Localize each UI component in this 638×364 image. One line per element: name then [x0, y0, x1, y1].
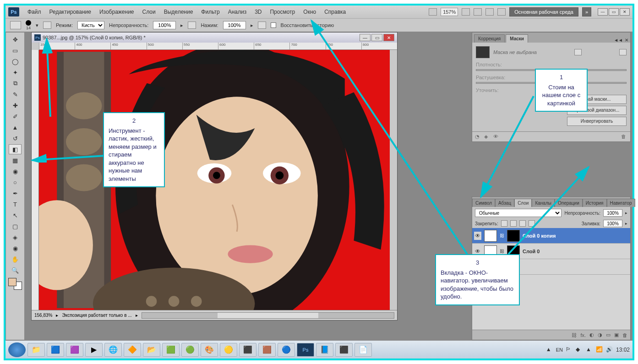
mask-icon[interactable]: ◐ — [589, 332, 594, 338]
brush-panel-icon[interactable] — [43, 22, 51, 29]
taskbar-folder[interactable]: 📂 — [143, 343, 160, 357]
fg-color-swatch[interactable] — [8, 278, 16, 286]
mode-select[interactable]: Кисть — [77, 21, 104, 29]
wand-tool[interactable]: ✦ — [9, 67, 22, 77]
screen-mode-icon[interactable] — [429, 8, 437, 16]
tab-navigator[interactable]: Навигатор — [607, 199, 635, 207]
type-tool[interactable]: T — [9, 199, 22, 209]
eraser-icon[interactable] — [10, 21, 21, 29]
adjustment-icon[interactable]: ◑ — [598, 332, 602, 338]
layer-row[interactable]: 👁 ⛓ Слой 0 копия — [472, 228, 630, 244]
maximize-button[interactable]: ▭ — [609, 8, 619, 16]
lock-all-icon[interactable] — [529, 220, 535, 227]
tab-symbol[interactable]: Символ — [472, 199, 495, 207]
eyedropper-tool[interactable]: ✎ — [9, 89, 22, 99]
airbrush-icon[interactable] — [258, 22, 266, 29]
new-layer-icon[interactable]: ▣ — [614, 332, 619, 338]
canvas[interactable] — [39, 50, 390, 310]
restore-checkbox[interactable] — [271, 22, 276, 28]
flow-arrow-icon[interactable]: ▸ — [251, 22, 253, 28]
tray-arrow-icon[interactable]: ▲ — [546, 346, 553, 353]
move-tool[interactable]: ✥ — [9, 34, 22, 44]
taskbar-app7[interactable]: 🟫 — [258, 343, 276, 357]
pen-tool[interactable]: ✒ — [9, 188, 22, 198]
menu-analysis[interactable]: Анализ — [224, 7, 251, 17]
tab-history[interactable]: История — [583, 199, 607, 207]
taskbar-app8[interactable]: ⬛ — [335, 343, 353, 357]
stamp-tool[interactable]: ▲ — [9, 122, 22, 132]
taskbar-paint[interactable]: 🎨 — [201, 343, 218, 357]
menu-edit[interactable]: Редактирование — [46, 7, 95, 17]
menu-help[interactable]: Справка — [321, 7, 349, 17]
zoom-icon[interactable] — [474, 8, 482, 16]
visibility-icon[interactable]: 👁 — [474, 232, 481, 240]
blur-tool[interactable]: ◉ — [9, 166, 22, 176]
zoom-input[interactable]: 157% — [441, 8, 458, 16]
taskbar-app3[interactable]: 🔶 — [124, 343, 141, 357]
opacity-input[interactable] — [153, 21, 176, 29]
menu-image[interactable]: Изображение — [96, 7, 138, 17]
network-icon[interactable]: 📶 — [596, 346, 603, 353]
taskbar-app1[interactable]: 🟦 — [47, 343, 64, 357]
load-selection-icon[interactable]: ◔ — [475, 134, 481, 140]
fx-icon[interactable]: fx. — [580, 332, 586, 338]
taskbar-app6[interactable]: ⬛ — [239, 343, 256, 357]
heal-tool[interactable]: ✚ — [9, 100, 22, 110]
panel-close-icon[interactable]: ✕ — [625, 38, 628, 43]
pixel-mask-icon[interactable] — [574, 49, 582, 55]
start-button[interactable] — [8, 342, 26, 357]
dodge-tool[interactable]: ○ — [9, 177, 22, 187]
disable-mask-icon[interactable]: 👁 — [493, 134, 500, 140]
tray-icon-1[interactable]: ◆ — [576, 346, 583, 353]
taskbar-app5[interactable]: 🟢 — [181, 343, 199, 357]
invert-button[interactable]: Инвертировать — [567, 117, 627, 126]
brush-tool[interactable]: ✐ — [9, 111, 22, 121]
screen-icon[interactable] — [497, 8, 506, 16]
tab-paragraph[interactable]: Абзац — [495, 199, 514, 207]
lasso-tool[interactable]: ◯ — [9, 56, 22, 66]
tab-layers[interactable]: Слои — [514, 199, 532, 207]
lang-indicator[interactable]: EN — [556, 347, 563, 353]
delete-mask-icon[interactable]: 🗑 — [621, 134, 627, 140]
horizontal-scrollbar[interactable] — [142, 312, 394, 319]
marquee-tool[interactable]: ▭ — [9, 45, 22, 55]
mask-thumbnail[interactable] — [507, 230, 520, 242]
menu-select[interactable]: Выделение — [160, 7, 197, 17]
opacity-arrow-icon[interactable]: ▸ — [180, 22, 183, 28]
lock-pixels-icon[interactable] — [510, 220, 517, 227]
status-zoom[interactable]: 156,83% — [34, 313, 52, 318]
workspace-chevron[interactable]: » — [582, 7, 591, 16]
brush-dropdown-icon[interactable]: ▾ — [36, 22, 38, 28]
fill-arrow-icon[interactable]: ▸ — [625, 221, 627, 226]
layer-thumbnail[interactable] — [484, 230, 497, 242]
link-layers-icon[interactable]: ⛓ — [572, 332, 577, 338]
visibility-icon[interactable]: 👁 — [474, 248, 481, 255]
history-brush-tool[interactable]: ↺ — [9, 133, 22, 143]
3d-tool[interactable]: ◈ — [9, 232, 22, 242]
tab-correction[interactable]: Коррекция — [474, 34, 505, 43]
hand-icon[interactable] — [462, 8, 470, 16]
document-titlebar[interactable]: Ps 90387...jpg @ 157% (Слой 0 копия, RGB… — [32, 33, 397, 43]
taskbar-word[interactable]: 📘 — [316, 343, 333, 357]
hand-tool[interactable]: ✋ — [9, 254, 22, 264]
apply-mask-icon[interactable]: ◈ — [484, 134, 491, 140]
status-arrow-icon[interactable]: ▸ — [136, 313, 138, 318]
taskbar-skype[interactable]: 🔵 — [278, 343, 295, 357]
menu-3d[interactable]: 3D — [251, 7, 265, 17]
tablet-pressure-icon[interactable] — [188, 22, 196, 29]
tray-icon-2[interactable]: ▲ — [586, 346, 593, 353]
zoom-tool[interactable]: 🔍 — [9, 265, 22, 275]
delete-layer-icon[interactable]: 🗑 — [622, 332, 627, 338]
layer-name[interactable]: Слой 0 — [523, 249, 540, 254]
layer-opacity-input[interactable] — [603, 209, 622, 217]
doc-minimize[interactable]: — — [360, 34, 371, 41]
vector-mask-icon[interactable] — [619, 49, 627, 55]
taskbar-yandex[interactable]: 🟡 — [220, 343, 237, 357]
arrange-icon[interactable] — [485, 8, 494, 16]
flag-icon[interactable]: 🏳 — [566, 346, 573, 353]
menu-view[interactable]: Просмотр — [266, 7, 299, 17]
brush-preview[interactable] — [26, 20, 31, 26]
blend-mode-select[interactable]: Обычные — [475, 209, 562, 217]
clock[interactable]: 13:02 — [616, 347, 630, 353]
group-icon[interactable]: ▭ — [606, 332, 611, 338]
